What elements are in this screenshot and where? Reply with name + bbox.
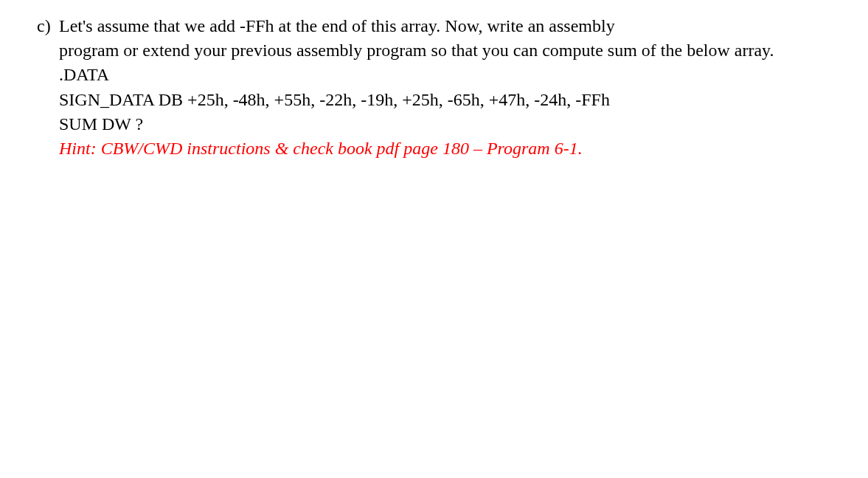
prompt-line-1: Let's assume that we add -FFh at the end… [59,15,846,38]
hint-line: Hint: CBW/CWD instructions & check book … [59,137,846,160]
data-line: SIGN_DATA DB +25h, -48h, +55h, -22h, -19… [59,89,846,111]
question-content: Let's assume that we add -FFh at the end… [59,15,846,162]
data-header: .DATA [59,63,846,86]
sum-line: SUM DW ? [59,113,846,136]
question-block: c) Let's assume that we add -FFh at the … [22,15,846,162]
question-marker: c) [22,15,59,38]
prompt-line-2: program or extend your previous assembly… [59,39,846,62]
